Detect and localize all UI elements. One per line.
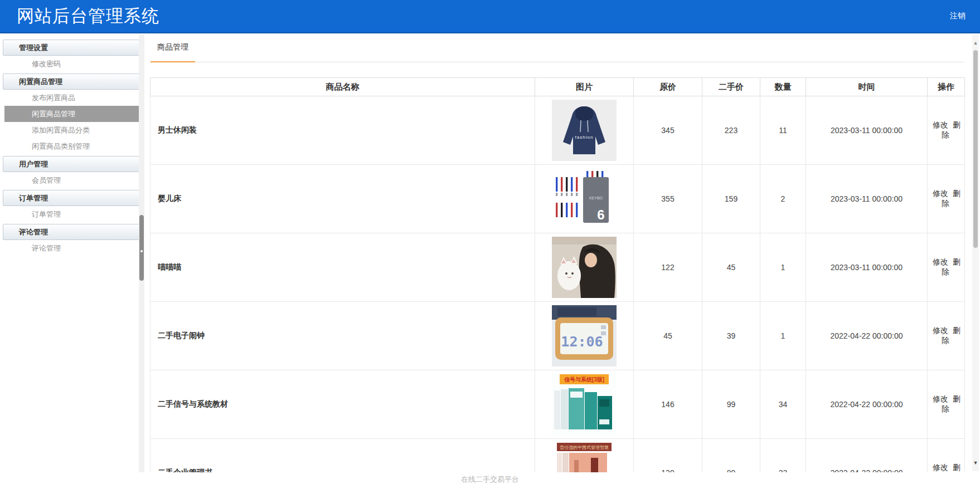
main-scrollbar[interactable]: ▲ ▼ <box>972 35 979 471</box>
original-price: 146 <box>634 370 702 439</box>
time: 2022-04-22 00:00:00 <box>806 370 928 439</box>
main-content: 商品管理 商品名称图片原价二手价数量时间操作 男士休闲装 fashion3452… <box>145 33 972 472</box>
original-price: 130 <box>634 439 702 473</box>
column-header: 数量 <box>760 78 806 96</box>
time: 2023-03-11 00:00:00 <box>806 233 928 302</box>
sidebar-group-header[interactable]: 闲置商品管理 <box>3 74 140 90</box>
used-price: 45 <box>702 233 760 302</box>
svg-text:信号与系统[3版]: 信号与系统[3版] <box>564 376 604 383</box>
tab-label: 商品管理 <box>157 42 188 52</box>
edit-link[interactable]: 修改 <box>933 257 948 266</box>
used-price: 223 <box>702 96 760 165</box>
edit-link[interactable]: 修改 <box>933 189 948 198</box>
product-name: 二手企业管理书 <box>151 439 535 473</box>
actions-cell: 修改 删除 <box>928 96 965 165</box>
quantity: 1 <box>760 302 806 370</box>
time: 2023-03-11 00:00:00 <box>806 96 928 165</box>
pens-image: KEYBO 6 <box>552 168 617 229</box>
actions-cell: 修改 删除 <box>928 302 965 370</box>
product-image-cell: KEYBO 6 <box>535 165 634 233</box>
svg-text:曾仕强的中国式管理智慧: 曾仕强的中国式管理智慧 <box>560 445 609 450</box>
product-name: 婴儿床 <box>151 165 535 233</box>
management-book-image: 曾仕强的中国式管理智慧 <box>552 442 617 472</box>
actions-cell: 修改 删除 <box>928 165 965 233</box>
product-image-cell: fashion <box>535 96 634 165</box>
column-header: 操作 <box>928 78 965 96</box>
tab-product-management[interactable]: 商品管理 <box>151 33 195 62</box>
hoodie-image: fashion <box>552 100 617 161</box>
sidebar-item[interactable]: 会员管理 <box>4 172 140 188</box>
time: 2022-04-22 00:00:00 <box>806 302 928 370</box>
product-name: 喵喵喵 <box>151 233 535 302</box>
edit-link[interactable]: 修改 <box>933 463 948 472</box>
sidebar-item[interactable]: 订单管理 <box>4 206 140 222</box>
used-price: 99 <box>702 370 760 439</box>
column-header: 时间 <box>806 78 928 96</box>
product-row: 喵喵喵 1224512023-03-11 00:00:00修改 删除 <box>151 233 965 302</box>
product-name: 男士休闲装 <box>151 96 535 165</box>
signals-textbooks-image: 信号与系统[3版] <box>552 374 617 435</box>
footer-text: 在线二手交易平台 <box>461 475 519 485</box>
page-footer: 在线二手交易平台 <box>0 472 980 489</box>
products-table: 商品名称图片原价二手价数量时间操作 男士休闲装 fashion345223112… <box>150 77 965 472</box>
sidebar-group-header[interactable]: 订单管理 <box>3 190 140 206</box>
svg-text:6: 6 <box>597 207 604 222</box>
sidebar-item[interactable]: 闲置商品管理 <box>4 106 140 122</box>
original-price: 355 <box>634 165 702 233</box>
sidebar-item[interactable]: 添加闲置商品分类 <box>4 122 140 138</box>
page-title: 网站后台管理系统 <box>17 4 159 28</box>
column-header: 图片 <box>535 78 634 96</box>
original-price: 345 <box>634 96 702 165</box>
sidebar-group-header[interactable]: 用户管理 <box>3 156 140 172</box>
actions-cell: 修改 删除 <box>928 439 965 473</box>
sidebar-nav: 管理设置修改密码闲置商品管理发布闲置商品闲置商品管理添加闲置商品分类闲置商品类别… <box>0 35 145 256</box>
quantity: 2 <box>760 165 806 233</box>
scroll-down-icon[interactable]: ▼ <box>972 459 979 467</box>
product-row: 二手企业管理书 曾仕强的中国式管理智慧 13089232022-04-22 00… <box>151 439 965 473</box>
sidebar-scrollbar-thumb[interactable] <box>139 215 144 281</box>
sidebar-item[interactable]: 修改密码 <box>4 56 140 72</box>
time: 2022-04-22 00:00:00 <box>806 439 928 473</box>
edit-link[interactable]: 修改 <box>933 326 948 335</box>
scrollbar-grip-icon <box>140 250 143 252</box>
sidebar-group-header[interactable]: 评论管理 <box>3 224 140 240</box>
sidebar-item[interactable]: 评论管理 <box>4 240 140 256</box>
sidebar-group-header[interactable]: 管理设置 <box>3 40 140 56</box>
girl-with-cat-image <box>552 237 617 298</box>
tab-bar: 商品管理 <box>151 33 964 62</box>
original-price: 45 <box>634 302 702 370</box>
table-header-row: 商品名称图片原价二手价数量时间操作 <box>151 78 965 96</box>
svg-text:KEYBO: KEYBO <box>589 196 603 200</box>
sidebar-item[interactable]: 闲置商品类别管理 <box>4 138 140 154</box>
alarm-clock-image: 12:06 <box>552 305 617 366</box>
actions-cell: 修改 删除 <box>928 233 965 302</box>
scroll-up-icon[interactable]: ▲ <box>972 39 979 47</box>
product-name: 二手信号与系统教材 <box>151 370 535 439</box>
column-header: 商品名称 <box>151 78 535 96</box>
quantity: 23 <box>760 439 806 473</box>
edit-link[interactable]: 修改 <box>933 394 948 403</box>
used-price: 39 <box>702 302 760 370</box>
quantity: 11 <box>760 96 806 165</box>
product-row: 男士休闲装 fashion345223112023-03-11 00:00:00… <box>151 96 965 165</box>
page: 网站后台管理系统 注销 管理设置修改密码闲置商品管理发布闲置商品闲置商品管理添加… <box>0 0 980 489</box>
quantity: 34 <box>760 370 806 439</box>
logout-link[interactable]: 注销 <box>950 11 966 21</box>
product-image-cell: 12:06 <box>535 302 634 370</box>
sidebar-item[interactable]: 发布闲置商品 <box>4 90 140 106</box>
used-price: 159 <box>702 165 760 233</box>
app-header: 网站后台管理系统 注销 <box>0 0 980 33</box>
quantity: 1 <box>760 233 806 302</box>
main-scrollbar-thumb[interactable] <box>973 50 978 248</box>
sidebar-scrollbar[interactable] <box>139 35 144 472</box>
product-name: 二手电子闹钟 <box>151 302 535 370</box>
used-price: 89 <box>702 439 760 473</box>
svg-text:12:06: 12:06 <box>561 334 603 350</box>
column-header: 原价 <box>634 78 702 96</box>
actions-cell: 修改 删除 <box>928 370 965 439</box>
product-row: 二手电子闹钟 12:06 453912022-04-22 00:00:00修改 … <box>151 302 965 370</box>
product-image-cell: 曾仕强的中国式管理智慧 <box>535 439 634 473</box>
edit-link[interactable]: 修改 <box>933 120 948 129</box>
svg-text:fashion: fashion <box>575 135 594 140</box>
time: 2023-03-11 00:00:00 <box>806 165 928 233</box>
